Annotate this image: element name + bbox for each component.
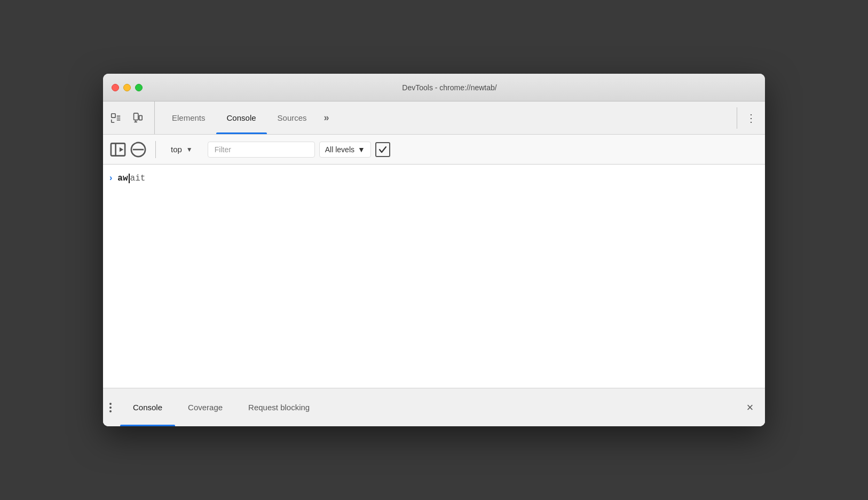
close-button[interactable]	[112, 84, 119, 91]
tab-bar-icons	[107, 101, 155, 134]
text-cursor	[129, 174, 130, 183]
entry-content: await	[117, 172, 145, 185]
drawer-tabs: Console Coverage Request blocking	[120, 388, 322, 426]
dot-3	[109, 410, 112, 412]
maximize-button[interactable]	[135, 84, 143, 91]
devtools-window: DevTools - chrome://newtab/	[103, 74, 765, 426]
dot-2	[109, 407, 112, 409]
tab-separator	[737, 107, 737, 129]
top-tab-bar: Elements Console Sources » ⋮	[103, 101, 765, 135]
devtools-panel: Elements Console Sources » ⋮	[103, 101, 765, 426]
entry-expand-chevron[interactable]: ›	[109, 173, 112, 183]
tab-console[interactable]: Console	[216, 101, 267, 134]
drawer-menu-button[interactable]	[109, 403, 112, 412]
console-toolbar-icons	[109, 141, 156, 158]
settings-checkbox[interactable]	[375, 142, 390, 157]
filter-area: All levels ▼	[208, 142, 759, 158]
title-bar: DevTools - chrome://newtab/	[103, 74, 765, 101]
drawer-tab-coverage[interactable]: Coverage	[175, 388, 235, 426]
console-output: › await	[103, 165, 765, 388]
filter-input[interactable]	[208, 142, 315, 158]
svg-rect-6	[134, 113, 138, 120]
close-drawer-button[interactable]: ×	[741, 399, 759, 416]
more-tabs-button[interactable]: »	[318, 101, 336, 134]
context-selector[interactable]: top ▼	[164, 142, 199, 157]
tab-elements[interactable]: Elements	[161, 101, 216, 134]
drawer-tab-console[interactable]: Console	[120, 388, 175, 426]
devtools-menu-button[interactable]: ⋮	[741, 112, 761, 124]
entry-bold-text: aw	[117, 174, 128, 183]
entry-light-text: ait	[130, 174, 146, 183]
minimize-button[interactable]	[123, 84, 131, 91]
tab-sources[interactable]: Sources	[267, 101, 318, 134]
traffic-lights	[112, 84, 143, 91]
show-sidebar-button[interactable]	[109, 141, 127, 158]
context-dropdown-arrow: ▼	[186, 146, 193, 153]
clear-console-button[interactable]	[130, 141, 147, 158]
inspect-element-button[interactable]	[107, 110, 124, 127]
context-value: top	[171, 145, 182, 154]
log-levels-selector[interactable]: All levels ▼	[319, 142, 371, 158]
log-levels-arrow: ▼	[358, 145, 365, 154]
dot-1	[109, 403, 112, 405]
svg-marker-12	[120, 147, 123, 152]
bottom-drawer: Console Coverage Request blocking ×	[103, 388, 765, 426]
device-toolbar-button[interactable]	[129, 110, 146, 127]
console-entry: › await	[103, 169, 765, 189]
window-title: DevTools - chrome://newtab/	[143, 83, 756, 92]
main-tabs: Elements Console Sources »	[161, 101, 732, 134]
drawer-tab-request-blocking[interactable]: Request blocking	[235, 388, 322, 426]
console-toolbar: top ▼ All levels ▼	[103, 135, 765, 165]
log-levels-label: All levels	[325, 145, 354, 154]
svg-rect-7	[139, 115, 143, 120]
svg-rect-0	[112, 113, 115, 117]
